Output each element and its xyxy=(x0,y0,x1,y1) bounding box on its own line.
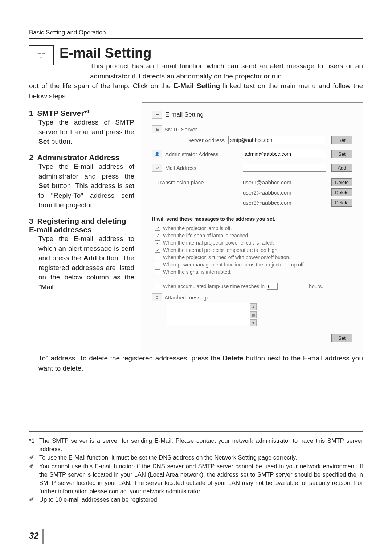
step-2-body-bold: Set xyxy=(38,182,49,189)
condition-label-5: When the projector is turned off with po… xyxy=(163,254,290,260)
delete-button-1[interactable]: Delete xyxy=(331,178,352,186)
admin-set-button[interactable]: Set xyxy=(331,150,352,158)
condition-checkbox-5[interactable] xyxy=(155,255,160,260)
smtp-server-label: SMTP Server xyxy=(164,126,197,132)
conditions-heading: It will send these messages to the addre… xyxy=(152,216,352,222)
footnote-2: To use the E-Mail function, it must be s… xyxy=(39,453,363,462)
admin-address-label: Administrator Address xyxy=(165,151,219,157)
mail-add-button[interactable]: Add xyxy=(331,164,352,172)
condition-label-2: When the life span of lamp is reached. xyxy=(163,233,249,238)
condition-item-3: ✓When the internal projector power circu… xyxy=(155,240,352,246)
admin-icon: 👤 xyxy=(152,150,162,158)
panel-icon: ≣ xyxy=(152,111,162,119)
condition-label-1: When the projector lamp is off. xyxy=(163,225,232,231)
intro-text-line2a: out of the life span of the lamp. Click … xyxy=(29,82,173,90)
footnote-mark-2: ✐ xyxy=(29,453,39,462)
email-setting-panel: ≣ E-mail Setting 🖥 SMTP Server Server Ad… xyxy=(142,102,363,352)
transmission-email-3: user3@aabbcc.com xyxy=(243,200,326,206)
page-title: E-mail Setting xyxy=(60,45,363,61)
step-3-title: Registering and deleting E-mail addresse… xyxy=(29,217,126,234)
footnote-1: The SMTP server is a server for sending … xyxy=(39,437,363,453)
condition-item-7: When the signal is interrupted. xyxy=(155,269,352,275)
footnote-mark-1: *1 xyxy=(29,437,39,453)
accum-hours-input[interactable] xyxy=(267,283,278,290)
step-2-body-b: button. This address is set to "Reply-To… xyxy=(38,182,134,209)
delete-button-3[interactable]: Delete xyxy=(331,199,352,207)
footnote-mark-3: ✐ xyxy=(29,462,39,495)
accum-checkbox[interactable] xyxy=(155,284,160,289)
intro-text-line1: This product has an E-mail function whic… xyxy=(90,61,363,81)
condition-item-4: ✓When the internal projector temperature… xyxy=(155,247,352,253)
after-panel-bold: Delete xyxy=(223,354,244,362)
email-setting-link-text: E-Mail Setting xyxy=(173,82,220,90)
footnote-4: Up to 10 e-mail addresses can be registe… xyxy=(39,495,363,504)
footnote-3: You cannot use this E-mail function if t… xyxy=(39,462,363,495)
breadcrumb: Basic Setting and Operation xyxy=(29,29,363,39)
condition-checkbox-4[interactable]: ✓ xyxy=(155,248,160,253)
attached-message-icon: 🗒 xyxy=(152,293,162,301)
footnote-divider xyxy=(29,431,363,432)
accum-prefix: When accumulated lamp-use time reaches i… xyxy=(163,283,265,289)
step-1-sup: 1 xyxy=(87,109,90,114)
scroll-up-button[interactable]: ▲ xyxy=(250,303,257,310)
condition-checkbox-6[interactable] xyxy=(155,262,160,267)
condition-checkbox-7[interactable] xyxy=(155,269,160,274)
condition-item-6: When power management function turns the… xyxy=(155,262,352,268)
delete-button-2[interactable]: Delete xyxy=(331,188,352,196)
scroll-down-button[interactable]: ▼ xyxy=(250,319,257,326)
condition-checkbox-2[interactable]: ✓ xyxy=(155,233,160,238)
step-1-title: SMTP Server* xyxy=(37,109,87,117)
step-1-number: 1 xyxy=(29,109,36,118)
server-address-label: Server Address xyxy=(152,137,228,143)
transmission-email-1: user1@aabbcc.com xyxy=(243,179,326,185)
smtp-server-icon: 🖥 xyxy=(152,125,162,133)
condition-label-3: When the internal projector power circui… xyxy=(163,240,274,246)
page-number-bar xyxy=(42,529,44,544)
smtp-set-button[interactable]: Set xyxy=(331,136,352,144)
transmission-email-2: user2@aabbcc.com xyxy=(243,189,326,196)
step-1-body: Type the address of SMTP server for E-ma… xyxy=(38,118,134,136)
step-1-body-bold: Set xyxy=(38,138,49,145)
admin-address-input[interactable] xyxy=(243,150,326,158)
mail-icon: 🖃 xyxy=(152,164,162,172)
email-setting-icon: — —▭ xyxy=(29,45,54,65)
attached-message-label: Attached message xyxy=(164,294,209,301)
scroll-mid-button[interactable]: ▦ xyxy=(250,311,257,318)
condition-label-4: When the internal projector temperature … xyxy=(163,247,279,253)
after-panel-a: To" address. To delete the registered ad… xyxy=(38,354,223,362)
accum-suffix: hours. xyxy=(309,283,323,289)
page-number: 32 xyxy=(29,531,39,540)
condition-label-7: When the signal is interrupted. xyxy=(163,269,232,275)
step-1-body-after: button. xyxy=(49,138,72,145)
condition-item-1: ✓When the projector lamp is off. xyxy=(155,225,352,231)
panel-title: E-mail Setting xyxy=(165,111,204,118)
step-3-number: 3 xyxy=(29,217,36,225)
condition-label-6: When power management function turns the… xyxy=(163,262,305,268)
condition-checkbox-1[interactable]: ✓ xyxy=(155,226,160,231)
step-3-body-bold: Add xyxy=(83,254,97,262)
attached-message-textarea[interactable] xyxy=(167,303,250,325)
panel-set-button[interactable]: Set xyxy=(331,334,352,342)
condition-checkbox-3[interactable]: ✓ xyxy=(155,240,160,245)
footnote-mark-4: ✐ xyxy=(29,495,39,504)
step-2-title: Administrator Address xyxy=(37,153,119,162)
mail-address-label: Mail Address xyxy=(165,165,196,171)
condition-item-2: ✓When the life span of lamp is reached. xyxy=(155,233,352,238)
step-2-number: 2 xyxy=(29,153,36,162)
condition-item-5: When the projector is turned off with po… xyxy=(155,254,352,260)
step-2-body-a: Type the E-mail address of administrator… xyxy=(38,163,134,180)
conditions-list: ✓When the projector lamp is off.✓When th… xyxy=(152,225,352,275)
transmission-place-label: Transmission place xyxy=(152,179,243,185)
mail-address-input[interactable] xyxy=(243,164,326,172)
server-address-input[interactable] xyxy=(228,136,326,144)
